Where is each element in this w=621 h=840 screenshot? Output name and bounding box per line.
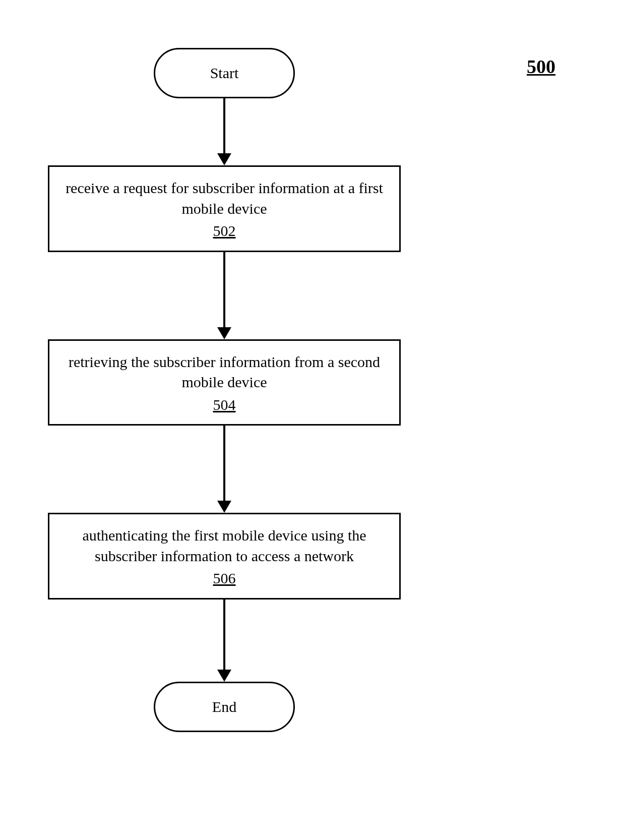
arrow-line — [223, 426, 225, 501]
process-step-506: authenticating the first mobile device u… — [48, 513, 401, 599]
step-text: authenticating the first mobile device u… — [82, 527, 366, 564]
arrow-head-icon — [217, 670, 231, 682]
arrow-head-icon — [217, 501, 231, 513]
arrow-1 — [217, 98, 231, 165]
arrow-head-icon — [217, 153, 231, 165]
step-text: receive a request for subscriber informa… — [66, 179, 383, 217]
arrow-line — [223, 252, 225, 328]
arrow-3 — [217, 426, 231, 513]
step-ref: 502 — [58, 221, 390, 242]
process-step-504: retrieving the subscriber information fr… — [48, 339, 401, 426]
step-ref: 506 — [58, 568, 390, 589]
arrow-line — [223, 599, 225, 670]
arrow-4 — [217, 599, 231, 682]
arrow-2 — [217, 252, 231, 339]
step-ref: 504 — [58, 395, 390, 415]
arrow-head-icon — [217, 327, 231, 339]
step-text: retrieving the subscriber information fr… — [69, 353, 380, 391]
start-label: Start — [210, 65, 239, 82]
end-terminal: End — [154, 682, 295, 732]
end-label: End — [212, 698, 236, 715]
process-step-502: receive a request for subscriber informa… — [48, 165, 401, 252]
figure-number: 500 — [527, 55, 555, 78]
flowchart-container: Start receive a request for subscriber i… — [48, 48, 401, 732]
arrow-line — [223, 98, 225, 154]
start-terminal: Start — [154, 48, 295, 98]
